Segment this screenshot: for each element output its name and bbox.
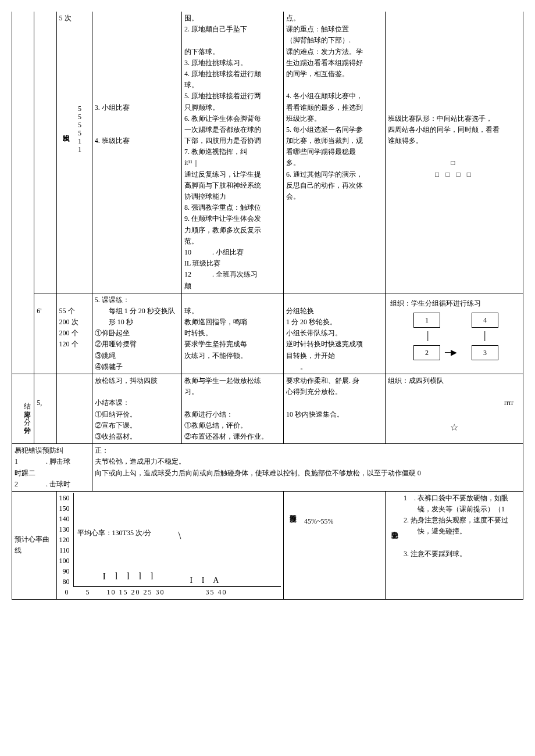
s-line: 反思自己的动作，再次体	[286, 180, 383, 191]
organization-cell: 组织：成四列横队 rrrr ☆	[385, 374, 523, 444]
s-line: 逆时针转换时快速完成项	[286, 339, 383, 350]
t-line: 教师与学生一起做放松练	[184, 375, 281, 386]
t-line: 6. 教师让学生体会脚背每	[184, 113, 281, 124]
s-line: 要求动作柔和、舒展. 身	[286, 375, 383, 386]
phase-label: 结 束部 分5分钟	[12, 374, 34, 444]
t-line: 5. 原地拉挑球接着进行两	[184, 91, 281, 102]
t-line: 通过反复练习，让学生提	[184, 169, 281, 180]
s-line: 目转换，并开始	[286, 350, 383, 361]
arrow-right-icon: ─▶	[445, 346, 457, 359]
activity-item: 形 10 秒	[95, 317, 179, 328]
time-cell: 6'	[34, 293, 56, 374]
t-line: 次练习，不能停顿。	[184, 350, 281, 361]
safety-item: 快，避免碰撞。	[404, 526, 508, 537]
square-icon: □ □ □ □	[388, 169, 520, 180]
group-box: 3	[472, 345, 498, 360]
t-line: 只脚颠球。	[184, 102, 281, 113]
duration: 6'	[37, 307, 41, 315]
org-line: 班级比赛队形：中间站比赛选手，	[388, 113, 520, 124]
safety-item: 1 . 衣裤口袋中不要放硬物，如眼	[404, 493, 508, 504]
arrow-down-icon: │	[425, 330, 431, 343]
activity-item: ①归纳评价。	[95, 409, 179, 420]
t-line: 3. 原地拉挑球练习。	[184, 58, 281, 69]
teacher-cell: 教师与学生一起做放松练 习。 教师进行小结： ①教师总结，评价。 ②布置还器材，…	[181, 374, 283, 444]
activity-item: ②宣布下课。	[95, 420, 179, 431]
activity-item: 3. 小组比赛	[95, 102, 179, 113]
s-line: 6. 通过其他同学的演示，	[286, 169, 383, 180]
t-line: 力顺序，教师多次反复示	[184, 225, 281, 236]
table-row: 5 次 次次次次组组 555511 3. 小组比赛 4. 班级比赛 围。 2. …	[12, 12, 523, 293]
s-line: 看看谁颠的最多，推选到	[286, 102, 383, 113]
reps-side: 555511	[73, 102, 86, 156]
star-icon: ☆	[388, 420, 520, 435]
t-line: 12 . 全班再次练习	[184, 269, 281, 280]
table-row: 易犯错误预防纠 1 . 脚击球 时踝二 2 . 击球时 正： 夫节松弛，造成用力…	[12, 444, 523, 492]
y-tick: 150	[59, 503, 70, 514]
hr-chart-cell: 160 150 140 130 120 110 100 90 80 平均心率：1…	[56, 491, 283, 599]
y-tick: 130	[59, 524, 70, 535]
lesson-plan-table: 5 次 次次次次组组 555511 3. 小组比赛 4. 班级比赛 围。 2. …	[12, 12, 523, 600]
s-line: 班级比赛。	[286, 113, 383, 124]
y-tick: 100	[59, 556, 70, 566]
org-line: 组织：学生分组循环进行练习	[390, 298, 518, 309]
teacher-cell: 球。 教师巡回指导，鸣哨 时转换。 要求学生坚持完成每 次练习，不能停顿。	[181, 293, 283, 374]
t-line: 下部，四肢用力是否协调	[184, 135, 281, 146]
reps-cell: 55 个 200 次 200 个 120 个	[56, 293, 92, 374]
err-line: 1 . 脚击球	[15, 456, 90, 467]
t-line: 高脚面与下肢和神经系统	[184, 180, 281, 191]
organization-cell: 组织：学生分组循环进行练习 1 4 2 3 │ │ ─▶	[385, 293, 523, 374]
y-tick: 110	[59, 545, 70, 556]
activity-cell: 放松练习，抖动四肢 小结本课： ①归纳评价。 ②宣布下课。 ③收拾器材。	[92, 374, 181, 444]
s-line: 5. 每小组选派一名同学参	[286, 124, 383, 135]
student-cell: 分组轮换 1 分 20 秒轮换。 小组长带队练习。 逆时针转换时快速完成项 目转…	[283, 293, 385, 374]
y-tick: 160	[59, 493, 70, 503]
s-line: 生边踢边看看本组踢得好	[286, 58, 383, 69]
group-box: 1	[413, 313, 440, 328]
activity-item: 5. 课课练：	[95, 295, 179, 306]
errors-content-cell: 正： 夫节松弛，造成用力不稳定。 向下或向上勾，造成球受力后向前或向后触碰身体，…	[92, 444, 523, 492]
t-line: 8. 强调教学重点：触球位	[184, 202, 281, 213]
safety-item: 镜，发夹等（课前提示）（1	[404, 504, 508, 515]
reps-text: 55 个	[59, 306, 90, 317]
table-row: 预计心率曲线 160 150 140 130 120 110 100 90 80…	[12, 491, 523, 599]
activity-item: 4. 班级比赛	[95, 135, 179, 146]
activity-item: ③跳绳	[95, 350, 179, 361]
errors-label-cell: 易犯错误预防纠 1 . 脚击球 时踝二 2 . 击球时	[12, 444, 92, 492]
formation-diagram: □ □ □ □ □	[388, 157, 520, 180]
t-line: 9. 住颠球中让学生体会发	[184, 213, 281, 224]
phase-col	[12, 12, 34, 374]
t-line: 围。	[184, 13, 281, 24]
s-line: 的同学，相互借鉴。	[286, 69, 383, 80]
density-value: 45%~55%	[299, 493, 336, 527]
iia-text: I I A	[190, 574, 223, 587]
s-line: 看哪些同学踢得最稳最	[286, 146, 383, 157]
t-line: 时转换。	[184, 328, 281, 339]
t-line: 4. 原地拉挑球接着进行颠	[184, 69, 281, 80]
s-line: 多。	[286, 157, 383, 169]
organization-cell: 班级比赛队形：中间站比赛选手， 四周站各小组的同学，同时颠，看看 谁颠得多。 □…	[385, 12, 523, 293]
teacher-cell: 围。 2. 原地颠自己手坠下 的下落球。 3. 原地拉挑球练习。 4. 原地拉挑…	[181, 12, 283, 293]
t-line: 习。	[184, 386, 281, 397]
student-cell: 要求动作柔和、舒展. 身 心得到充分放松。 10 秒内快速集合。	[283, 374, 385, 444]
activity-cell: 3. 小组比赛 4. 班级比赛	[92, 12, 181, 293]
t-line: IL 班级比赛	[184, 258, 281, 269]
s-line: 10 秒内快速集合。	[286, 409, 383, 420]
err-line: 2 . 击球时	[15, 479, 90, 490]
hr-label: 预计心率曲线	[15, 535, 49, 554]
err-text: 夫节松弛，造成用力不稳定。	[95, 456, 520, 467]
y-tick: 90	[59, 566, 70, 576]
t-line: 协调控球能力	[184, 191, 281, 202]
t-line: 球。	[184, 80, 281, 91]
reps-text: 120 个	[59, 339, 90, 350]
rotation-diagram: 1 4 2 3 │ │ ─▶	[408, 313, 501, 365]
t-line: 要求学生坚持完成每	[184, 339, 281, 350]
s-line: 课的重点：触球位置	[286, 24, 383, 35]
t-line: 颠	[184, 281, 281, 292]
hr-x-axis: 0 5 10 15 20 25 30 35 40	[59, 587, 281, 598]
y-tick: 120	[59, 535, 70, 545]
activity-item: 放松练习，抖动四肢	[95, 375, 179, 386]
s-line: （脚背触球的下部）.	[286, 35, 383, 46]
reps-text: 200 个	[59, 328, 90, 339]
s-line: 4. 各小组在颠球比赛中，	[286, 91, 383, 102]
hr-chart-area: 平均心率：130T35 次/分 \ I l l l l I I A	[73, 493, 281, 587]
